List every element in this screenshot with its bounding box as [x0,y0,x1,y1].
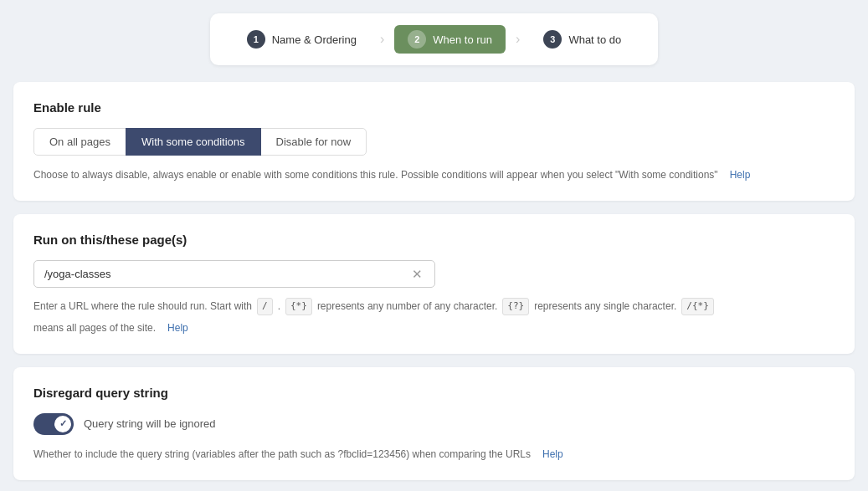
toggle-track [33,413,74,435]
step-3-label: What to do [568,33,621,46]
url-help-link[interactable]: Help [167,320,188,335]
url-desc-part1: Enter a URL where the rule should run. S… [33,299,252,314]
url-desc-dot: . [278,299,280,314]
stepper: 1 Name & Ordering › 2 When to run › 3 Wh… [210,13,659,65]
url-desc-part2: represents any number of any character. [317,299,497,314]
step-1-number: 1 [247,30,265,49]
disregard-query-desc-text: Whether to include the query string (var… [33,447,531,462]
disregard-query-card: Disregard query string Query string will… [13,367,855,480]
url-description: Enter a URL where the rule should run. S… [33,298,835,335]
query-toggle[interactable] [33,413,74,435]
run-on-pages-title: Run on this/these page(s) [33,233,835,247]
toggle-label: Query string will be ignored [84,417,216,430]
run-on-pages-card: Run on this/these page(s) ✕ Enter a URL … [13,214,855,354]
enable-rule-card: Enable rule On all pages With some condi… [13,82,855,201]
step-3-number: 3 [543,30,562,49]
enable-rule-desc-text: Choose to always disable, always enable … [33,167,718,182]
step-1[interactable]: 1 Name & Ordering [234,25,370,54]
step-divider-2: › [516,32,520,47]
disregard-query-help-link[interactable]: Help [542,447,563,462]
url-clear-button[interactable]: ✕ [410,268,424,280]
enable-rule-title: Enable rule [33,100,835,115]
stepper-container: 1 Name & Ordering › 2 When to run › 3 Wh… [13,13,855,65]
option-disable[interactable]: Disable for now [260,128,367,156]
step-3[interactable]: 3 What to do [530,25,634,54]
url-slash: / [257,298,273,315]
url-wildcard-multi: {*} [285,298,312,315]
enable-rule-help-link[interactable]: Help [730,167,751,182]
url-desc-part4: means all pages of the site. [33,320,156,335]
step-2-label: When to run [433,33,492,46]
url-input-container: ✕ [33,260,435,288]
url-input[interactable] [44,268,410,280]
step-divider-1: › [380,32,384,47]
enable-rule-description: Choose to always disable, always enable … [33,167,835,182]
disregard-query-description: Whether to include the query string (var… [33,447,835,462]
url-wildcard-single: {?} [502,298,529,315]
disregard-query-title: Disregard query string [33,386,835,400]
url-desc-part3: represents any single character. [534,299,676,314]
step-2[interactable]: 2 When to run [394,25,506,54]
toggle-row: Query string will be ignored [33,413,835,435]
step-2-number: 2 [408,30,426,49]
url-all-pages: /{*} [681,298,714,315]
step-1-label: Name & Ordering [272,33,357,46]
option-with-conditions[interactable]: With some conditions [126,128,261,156]
enable-rule-options: On all pages With some conditions Disabl… [33,128,835,156]
toggle-thumb [54,416,71,432]
option-all-pages[interactable]: On all pages [33,128,126,156]
